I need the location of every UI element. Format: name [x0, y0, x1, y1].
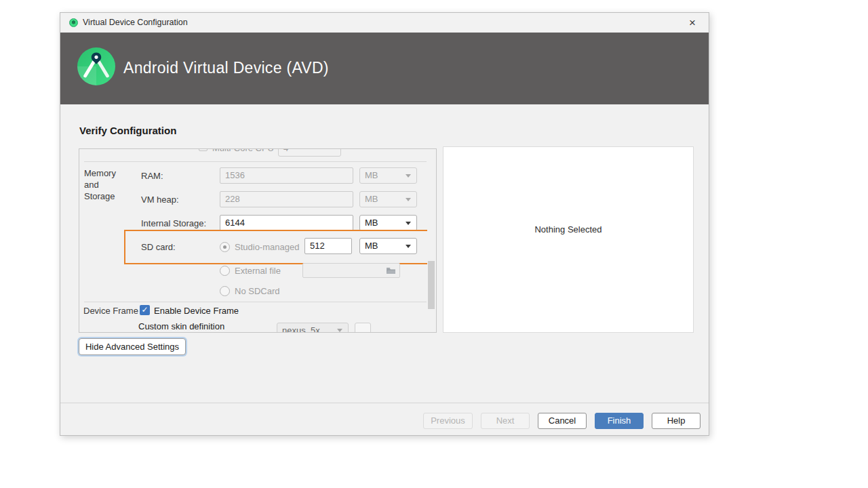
- ram-label: RAM:: [141, 171, 163, 181]
- next-button[interactable]: Next: [481, 413, 530, 429]
- wizard-header: Android Virtual Device (AVD): [60, 33, 709, 104]
- help-button[interactable]: Help: [652, 413, 701, 429]
- nothing-selected-text: Nothing Selected: [534, 224, 601, 235]
- window-title: Virtual Device Configuration: [83, 18, 188, 27]
- enable-device-frame-label: Enable Device Frame: [154, 306, 239, 316]
- step-heading: Verify Configuration: [79, 125, 176, 136]
- cancel-button[interactable]: Cancel: [538, 413, 587, 429]
- chevron-down-icon: [337, 329, 342, 332]
- internal-storage-input[interactable]: 6144: [220, 215, 353, 231]
- sd-card-unit-combo[interactable]: MB: [359, 238, 417, 254]
- chevron-down-icon: [406, 174, 411, 178]
- panel-scrollbar[interactable]: [427, 150, 435, 333]
- no-sdcard-radio[interactable]: [220, 286, 230, 296]
- vm-heap-unit-combo[interactable]: MB: [359, 191, 417, 207]
- android-studio-logo: [77, 47, 115, 85]
- internal-storage-label: Internal Storage:: [141, 218, 206, 228]
- multi-core-cpu-label: Multi-Core CPU: [212, 148, 274, 153]
- multi-core-cpu-checkbox[interactable]: [199, 148, 208, 151]
- external-file-path-input[interactable]: [302, 263, 400, 278]
- title-bar[interactable]: Virtual Device Configuration ×: [60, 13, 709, 33]
- custom-skin-label: Custom skin definition: [138, 321, 224, 331]
- memory-storage-group-label: Memory and Storage: [84, 167, 116, 202]
- button-bar-divider: [60, 403, 709, 403]
- virtual-device-configuration-dialog: Virtual Device Configuration × Android: [60, 12, 709, 436]
- ram-unit-combo[interactable]: MB: [359, 167, 417, 184]
- chevron-down-icon: [406, 245, 411, 248]
- external-file-radio[interactable]: [220, 266, 230, 276]
- screen: Virtual Device Configuration × Android: [0, 0, 868, 488]
- chevron-down-icon: [406, 222, 411, 225]
- divider: [84, 302, 427, 302]
- ram-input[interactable]: 1536: [220, 167, 353, 184]
- android-app-icon: [69, 18, 78, 27]
- advanced-settings-panel: Multi-Core CPU 4 Memory and Storage RAM:…: [79, 148, 437, 333]
- chevron-down-icon: [406, 198, 411, 201]
- external-file-label: External file: [235, 266, 281, 276]
- close-icon[interactable]: ×: [684, 15, 701, 31]
- folder-icon[interactable]: [386, 267, 396, 274]
- wizard-title: Android Virtual Device (AVD): [123, 59, 329, 77]
- device-preview-panel: Nothing Selected: [443, 146, 694, 333]
- internal-storage-unit-combo[interactable]: MB: [359, 215, 417, 231]
- scrollbar-thumb[interactable]: [428, 261, 435, 309]
- device-frame-group-label: Device Frame: [83, 306, 138, 316]
- divider: [84, 161, 427, 162]
- custom-skin-combo[interactable]: nexus_5x: [277, 323, 349, 333]
- sd-card-size-input[interactable]: 512: [304, 238, 352, 254]
- sd-card-label: SD card:: [141, 242, 176, 252]
- multi-core-cpu-combo[interactable]: 4: [278, 148, 341, 157]
- previous-button[interactable]: Previous: [423, 413, 473, 429]
- vm-heap-label: VM heap:: [141, 195, 179, 205]
- studio-managed-radio[interactable]: [220, 242, 230, 252]
- enable-device-frame-checkbox[interactable]: ✓: [140, 305, 150, 315]
- no-sdcard-label: No SDCard: [235, 286, 279, 296]
- studio-managed-label: Studio-managed: [235, 242, 299, 252]
- skin-browse-button[interactable]: [355, 323, 371, 333]
- vm-heap-input[interactable]: 228: [220, 191, 353, 207]
- hide-advanced-settings-button[interactable]: Hide Advanced Settings: [79, 338, 186, 355]
- finish-button[interactable]: Finish: [595, 413, 644, 429]
